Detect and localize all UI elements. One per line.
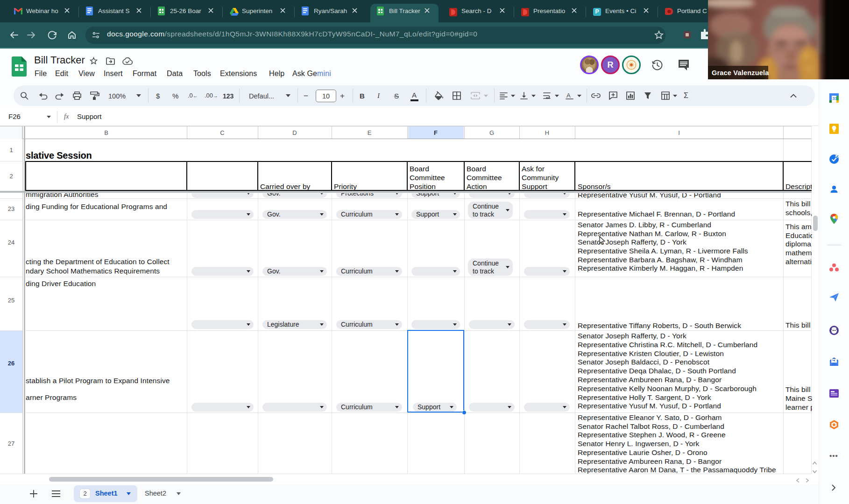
svg-text:A: A	[566, 92, 571, 99]
svg-text:31: 31	[833, 96, 837, 101]
